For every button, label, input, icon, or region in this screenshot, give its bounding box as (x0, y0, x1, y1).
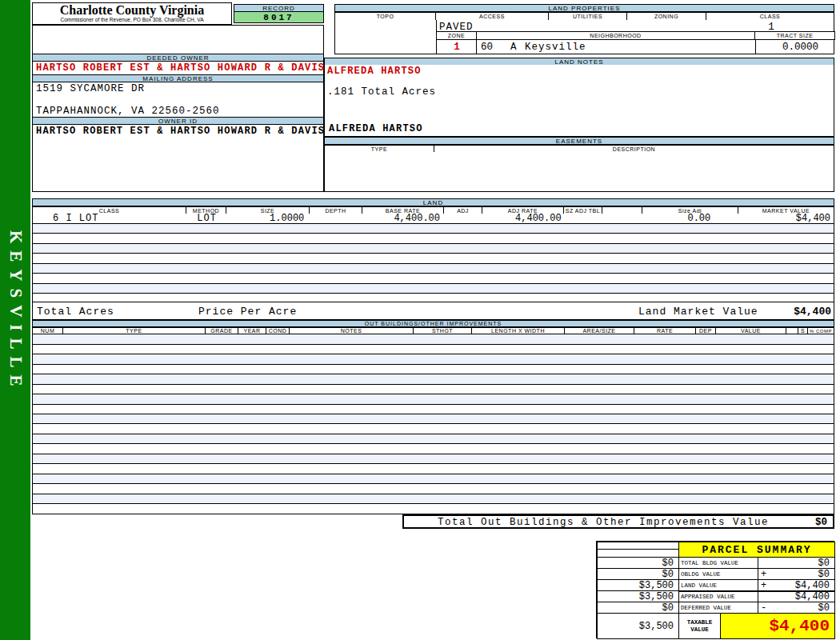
land-row-sz-adj-tbl (564, 214, 602, 223)
land-row-market-value: $4,400 (738, 214, 834, 223)
owner-id-overflow: ALFREDA HARTSO (329, 123, 423, 134)
total-acres-label: Total Acres (37, 306, 114, 318)
land-row-blank (602, 214, 642, 223)
ps-amount-land: $4,400 (795, 580, 834, 591)
zone-neighborhood-headers: ZONE NEIGHBORHOOD TRACT SIZE (436, 31, 835, 40)
ob-year-header: YEAR (238, 327, 266, 334)
parcel-summary-table: PARCEL SUMMARY $0 TOTAL BLDG VALUE $0 $0… (596, 541, 834, 638)
land-row-size-adj: 0.00 (642, 214, 738, 223)
ob-cond-header: COND (266, 327, 290, 334)
easements-box (324, 152, 834, 192)
out-buildings-total-row: Total Out Buildings & Other Improvements… (402, 514, 834, 529)
owner-id-label: OWNER ID (32, 117, 324, 125)
ps-prior-total-bldg: $0 (597, 557, 679, 569)
out-buildings-empty-rows (32, 334, 834, 514)
deeded-owner-overflow: ALFREDA HARTSO (327, 66, 422, 77)
land-row-class: 6 I LOT (33, 214, 187, 223)
ps-op-deferred: - (758, 602, 766, 614)
ps-op-land: + (758, 580, 766, 591)
ps-label-appraised: APPRAISED VALUE (678, 590, 758, 602)
ps-prior-appraised: $3,500 (597, 590, 679, 602)
land-properties-title: LAND PROPERTIES (334, 4, 834, 12)
mailing-address-label: MAILING ADDRESS (32, 74, 324, 82)
district-sidebar: KEYSVILLE (0, 0, 30, 640)
neighborhood-code: 60 (481, 42, 493, 53)
ob-length-width-header: LENGTH X WIDTH (472, 327, 565, 334)
ps-prior-obldg: $0 (597, 568, 679, 580)
ps-label-obldg: OBLDG VALUE (678, 568, 758, 580)
ob-pct-comp-header: % COMP (808, 327, 834, 334)
tract-size-value: 0.0000 (756, 42, 830, 53)
ps-value-appraised: $4,400 (758, 590, 835, 602)
ob-grade-header: GRADE (206, 327, 238, 334)
county-title-box: Charlotte County Virginia Commissioner o… (32, 2, 232, 25)
price-per-acre-label: Price Per Acre (198, 306, 297, 318)
ps-amount-total-bldg: $0 (818, 558, 834, 569)
ps-amount-obldg: $0 (818, 569, 834, 580)
land-row-method: LOT (187, 214, 227, 223)
land-row-base-rate: 4,400.00 (362, 214, 444, 223)
ob-sthgt-header: STHGT (414, 327, 472, 334)
ps-label-taxable-line1: TAXABLE (687, 619, 713, 626)
out-buildings-total-value: $0 (815, 517, 827, 528)
ps-value-obldg: + $0 (758, 568, 835, 580)
out-buildings-title: OUT BUILDINGS/OTHER IMPROVEMENTS (32, 320, 834, 327)
ob-s-header: S (798, 327, 808, 334)
ps-label-land: LAND VALUE (678, 579, 758, 591)
ps-value-land: + $4,400 (758, 579, 835, 591)
mailing-address-line1: 1519 SYCAMORE DR (36, 83, 145, 94)
ob-num-header: NUM (32, 327, 63, 334)
ps-prior-land: $3,500 (597, 579, 679, 591)
ps-value-total-bldg: $0 (758, 557, 835, 569)
ob-rate-header: RATE (634, 327, 696, 334)
county-subtitle: Commissioner of the Revenue, PO Box 308,… (33, 17, 231, 22)
out-buildings-total-label: Total Out Buildings & Other Improvements… (438, 517, 769, 528)
ps-amount-appraised: $4,400 (795, 591, 834, 602)
neighborhood-section: A (510, 42, 517, 53)
record-value: 8017 (234, 11, 324, 23)
ps-label-taxable-line2: VALUE (690, 626, 709, 634)
out-buildings-headers: NUM TYPE GRADE YEAR COND NOTES STHGT LEN… (32, 327, 834, 334)
easements-title: EASEMENTS (324, 137, 834, 145)
ps-label-deferred: DEFERRED VALUE (678, 602, 758, 614)
mailing-address-line2: TAPPAHANNOCK, VA 22560-2560 (36, 106, 220, 117)
land-row-adj-rate: 4,400.00 (482, 214, 564, 223)
zone-header: ZONE (436, 31, 477, 40)
land-properties-body: PAVED 1 ZONE NEIGHBORHOOD TRACT SIZE 1 6… (334, 20, 834, 54)
land-totals-row: Total Acres Price Per Acre Land Market V… (32, 302, 834, 320)
land-row-depth (310, 214, 362, 223)
zone-value: 1 (437, 42, 477, 53)
land-notes-box: ALFREDA HARTSO .181 Total Acres ALFREDA … (324, 65, 834, 137)
parcel-summary-title: PARCEL SUMMARY (678, 542, 835, 558)
county-title: Charlotte County Virginia (33, 3, 231, 17)
ob-value-header: VALUE (716, 327, 786, 334)
deeded-owner-label: DEEDED OWNER (32, 54, 324, 62)
land-table-empty-rows (32, 224, 834, 302)
land-section-title: LAND (32, 198, 834, 206)
land-table-row: 6 I LOT LOT 1.0000 4,400.00 4,400.00 0.0… (32, 214, 834, 224)
ob-dep-header: DEP (696, 327, 716, 334)
tract-size-header: TRACT SIZE (755, 31, 835, 40)
land-row-adj (444, 214, 482, 223)
land-note-text: .181 Total Acres (327, 86, 436, 98)
ob-type-header: TYPE (63, 327, 206, 334)
land-row-size: 1.0000 (227, 214, 310, 223)
neighborhood-header: NEIGHBORHOOD (477, 31, 755, 40)
ps-prior-taxable: $3,500 (597, 613, 679, 639)
ob-area-size-header: AREA/SIZE (565, 327, 634, 334)
ps-op-obldg: + (758, 569, 766, 580)
deeded-owner-value: HARTSO ROBERT EST & HARTSO HOWARD R & DA… (36, 62, 325, 74)
ob-notes-header: NOTES (290, 327, 414, 334)
ps-label-taxable: TAXABLE VALUE (678, 613, 721, 639)
property-record-card: KEYSVILLE Charlotte County Virginia Comm… (0, 0, 840, 640)
topo-value-cell (335, 20, 437, 54)
neighborhood-name: Keysville (525, 42, 586, 53)
ps-taxable-value: $4,400 (720, 613, 835, 639)
ps-value-deferred: - $0 (758, 602, 835, 614)
ob-blank-header (786, 327, 798, 334)
ps-label-total-bldg: TOTAL BLDG VALUE (678, 557, 758, 569)
district-vertical-label: KEYSVILLE (6, 230, 26, 394)
owner-id-value: HARTSO ROBERT EST & HARTSO HOWARD R & DA… (36, 126, 325, 137)
ps-prior-deferred: $0 (597, 602, 679, 614)
land-market-value-amount: $4,400 (735, 306, 831, 318)
